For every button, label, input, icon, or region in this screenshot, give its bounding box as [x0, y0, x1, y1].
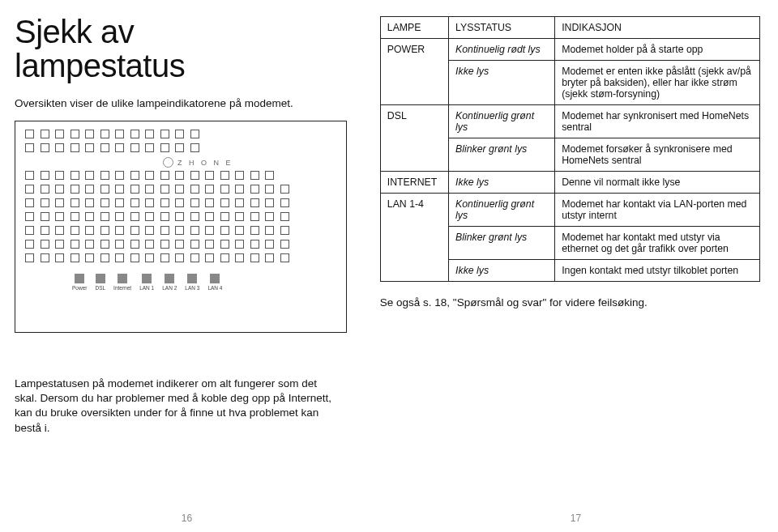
- port-power: Power: [72, 274, 87, 291]
- page-number-left: 16: [182, 513, 192, 524]
- brand-ring-icon: [163, 157, 173, 168]
- subtitle: Oversikten viser de ulike lampeindikator…: [15, 97, 357, 109]
- title-line-1: Sjekk av: [15, 14, 134, 49]
- cell-lampe: INTERNET: [380, 172, 448, 194]
- th-indikasjon: INDIKASJON: [555, 17, 760, 39]
- cell-status: Kontinuerlig grønt lys: [449, 194, 555, 227]
- page-number-right: 17: [571, 513, 581, 524]
- cell-ind: Modemet er enten ikke påslått (sjekk av/…: [555, 61, 760, 105]
- cell-ind: Modemet har kontakt via LAN-porten med u…: [555, 194, 760, 227]
- port-lan2: LAN 2: [162, 274, 177, 291]
- cell-ind: Modemet har kontakt med utstyr via ether…: [555, 227, 760, 260]
- left-page: Sjekk av lampestatus Oversikten viser de…: [0, 0, 374, 532]
- cell-status: Ikke lys: [449, 260, 555, 282]
- cell-lampe: LAN 1-4: [380, 194, 448, 282]
- th-lampe: LAMPE: [380, 17, 448, 39]
- modem-illustration: Z H O N E Power DSL Internet LAN 1 LAN 2…: [15, 121, 347, 333]
- title-line-2: lampestatus: [15, 48, 185, 83]
- brand-label: Z H O N E: [163, 157, 336, 168]
- port-lan4: LAN 4: [207, 274, 222, 291]
- cell-status: Blinker grønt lys: [449, 138, 555, 172]
- footer-note: Se også s. 18, "Spørsmål og svar" for vi…: [380, 296, 760, 309]
- port-row: Power DSL Internet LAN 1 LAN 2 LAN 3 LAN…: [72, 274, 336, 291]
- port-internet: Internet: [113, 274, 131, 291]
- bottom-paragraph: Lampestatusen på modemet indikerer om al…: [15, 377, 339, 436]
- table-row: LAN 1-4 Kontinuerlig grønt lys Modemet h…: [380, 194, 759, 227]
- status-table: LAMPE LYSSTATUS INDIKASJON POWER Kontinu…: [380, 16, 760, 282]
- cell-lampe: DSL: [380, 105, 448, 172]
- cell-ind: Modemet forsøker å synkronisere med Home…: [555, 138, 760, 172]
- cell-status: Ikke lys: [449, 172, 555, 194]
- cell-status: Kontinuelig rødt lys: [449, 39, 555, 61]
- brand-text: Z H O N E: [177, 159, 233, 167]
- th-lysstatus: LYSSTATUS: [449, 17, 555, 39]
- cell-lampe: POWER: [380, 39, 448, 105]
- cell-ind: Ingen kontakt med utstyr tilkoblet porte…: [555, 260, 760, 282]
- right-page: LAMPE LYSSTATUS INDIKASJON POWER Kontinu…: [374, 0, 778, 532]
- table-row: DSL Kontinuerlig grønt lys Modemet har s…: [380, 105, 759, 138]
- page-title: Sjekk av lampestatus: [15, 15, 357, 83]
- table-row: POWER Kontinuelig rødt lys Modemet holde…: [380, 39, 759, 61]
- cell-status: Ikke lys: [449, 61, 555, 105]
- led-grid: Z H O N E: [25, 130, 336, 262]
- port-lan3: LAN 3: [185, 274, 199, 291]
- port-lan1: LAN 1: [139, 274, 154, 291]
- cell-status: Kontinuerlig grønt lys: [449, 105, 555, 138]
- cell-ind: Denne vil normalt ikke lyse: [555, 172, 760, 194]
- port-dsl: DSL: [95, 274, 105, 291]
- cell-ind: Modemet har synkronisert med HomeNets se…: [555, 105, 760, 138]
- cell-ind: Modemet holder på å starte opp: [555, 39, 760, 61]
- table-row: INTERNET Ikke lys Denne vil normalt ikke…: [380, 172, 759, 194]
- cell-status: Blinker grønt lys: [449, 227, 555, 260]
